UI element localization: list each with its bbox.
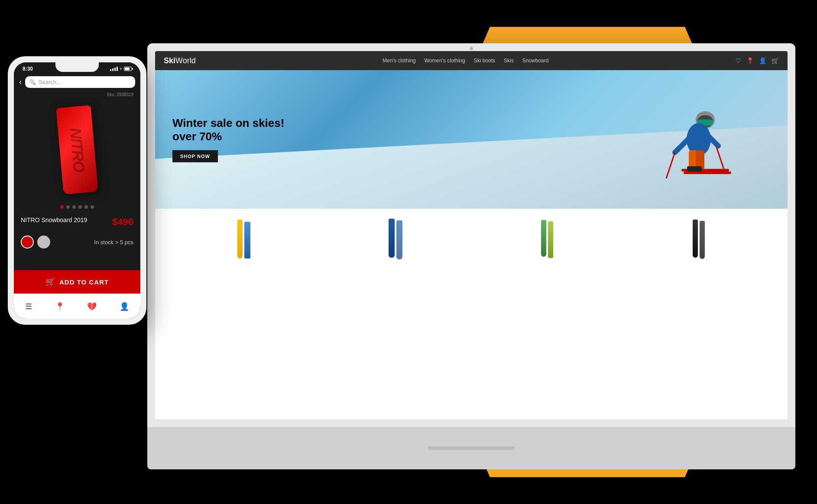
ski-product-3 [541,217,553,261]
nav-menu-button[interactable]: ☰ [25,302,32,311]
ski-product-4 [693,217,705,261]
back-button[interactable]: ‹ [19,78,22,87]
add-to-cart-label: ADD TO CART [59,278,109,286]
cart-icon: 🛒 [45,277,55,287]
carousel-dot-5[interactable] [84,205,88,209]
product-card-2[interactable] [370,217,421,261]
phone-search-bar[interactable]: 🔍 Search... [25,76,135,88]
color-swatch-red[interactable] [21,236,34,249]
color-swatch-silver[interactable] [37,236,50,249]
phone-notch [55,62,99,72]
shop-now-button[interactable]: SHOP NOW [172,150,218,162]
nav-ski-boots[interactable]: Ski boots [474,58,495,64]
product-info: NITRO Snowboard 2019 $490 [14,212,140,232]
snowboard-product: NITRO [56,105,98,194]
wishlist-icon[interactable]: ♡ [736,57,741,64]
website-navbar: SkiWorld Men's clothing Women's clothing… [155,51,788,70]
search-placeholder-text: Search... [39,79,61,85]
location-icon[interactable]: 📍 [746,57,754,64]
product-options: In stock > 5 pcs [14,232,140,252]
nav-bag-button[interactable]: 💔 [87,302,97,311]
hero-skier-image [649,96,736,191]
svg-line-8 [666,152,675,178]
cart-nav-icon[interactable]: 🛒 [772,57,779,64]
phone-status-icons: ⌖ [110,66,132,71]
phone-screen: 8:30 ⌖ ‹ 🔍 Search... [14,62,140,319]
product-card-1[interactable] [218,217,270,261]
carousel-dots [14,202,140,212]
carousel-dot-1[interactable] [60,205,64,209]
laptop-camera [470,47,473,50]
phone-frame: 8:30 ⌖ ‹ 🔍 Search... [8,56,146,325]
laptop-base [147,427,795,469]
site-logo: SkiWorld [164,56,196,65]
hero-headline-line2: over 70% [172,130,284,143]
nav-profile-button[interactable]: 👤 [120,302,129,311]
carousel-dot-3[interactable] [72,205,76,209]
product-card-4[interactable] [673,217,725,261]
nav-womens-clothing[interactable]: Women's clothing [425,58,465,64]
color-swatches [21,236,50,249]
nav-action-icons: ♡ 📍 👤 🛒 [736,57,779,64]
laptop-mockup: SkiWorld Men's clothing Women's clothing… [147,43,795,469]
phone-bottom-nav: ☰ 📍 💔 👤 [14,294,140,319]
add-to-cart-button[interactable]: 🛒 ADD TO CART [14,270,140,294]
search-icon: 🔍 [29,79,36,85]
hero-text-box: Winter sale on skies! over 70% SHOP NOW [172,116,284,162]
laptop-frame: SkiWorld Men's clothing Women's clothing… [147,43,795,427]
phone-time: 8:30 [23,66,33,72]
phone-mockup: 8:30 ⌖ ‹ 🔍 Search... [8,56,146,325]
product-name: NITRO Snowboard 2019 [21,216,87,223]
ski-product-2 [389,217,402,261]
account-icon[interactable]: 👤 [759,57,766,64]
product-image-area: NITRO [14,98,140,202]
nav-snowboard[interactable]: Snowboard [522,58,549,64]
svg-line-9 [716,146,725,172]
svg-rect-12 [687,166,695,171]
product-grid [155,209,788,269]
carousel-dot-4[interactable] [78,205,82,209]
skier-svg [649,96,736,191]
phone-header: ‹ 🔍 Search... [14,74,140,90]
stock-status: In stock > 5 pcs [94,239,133,246]
product-card-3[interactable] [521,217,573,261]
battery-icon [124,67,132,71]
carousel-dot-2[interactable] [66,205,70,209]
signal-icon [110,67,118,71]
hero-banner: Winter sale on skies! over 70% SHOP NOW [155,70,788,209]
svg-rect-11 [684,171,731,174]
ski-product-1 [237,217,250,261]
hero-headline: Winter sale on skies! over 70% [172,116,284,143]
product-price: $490 [112,216,133,228]
carousel-dot-6[interactable] [91,205,94,209]
product-sku: Sku: 2938319 [14,90,140,98]
logo-bold: Ski [164,56,175,65]
nav-mens-clothing[interactable]: Men's clothing [383,58,415,64]
logo-light: World [175,56,196,65]
laptop-screen: SkiWorld Men's clothing Women's clothing… [155,51,788,419]
nav-location-button[interactable]: 📍 [55,302,65,311]
nav-links: Men's clothing Women's clothing Ski boot… [209,58,723,64]
wifi-icon: ⌖ [120,66,122,71]
svg-rect-13 [694,166,702,171]
snowboard-brand-text: NITRO [66,127,88,172]
nav-skis[interactable]: Skis [504,58,514,64]
hero-headline-line1: Winter sale on skies! [172,116,284,130]
